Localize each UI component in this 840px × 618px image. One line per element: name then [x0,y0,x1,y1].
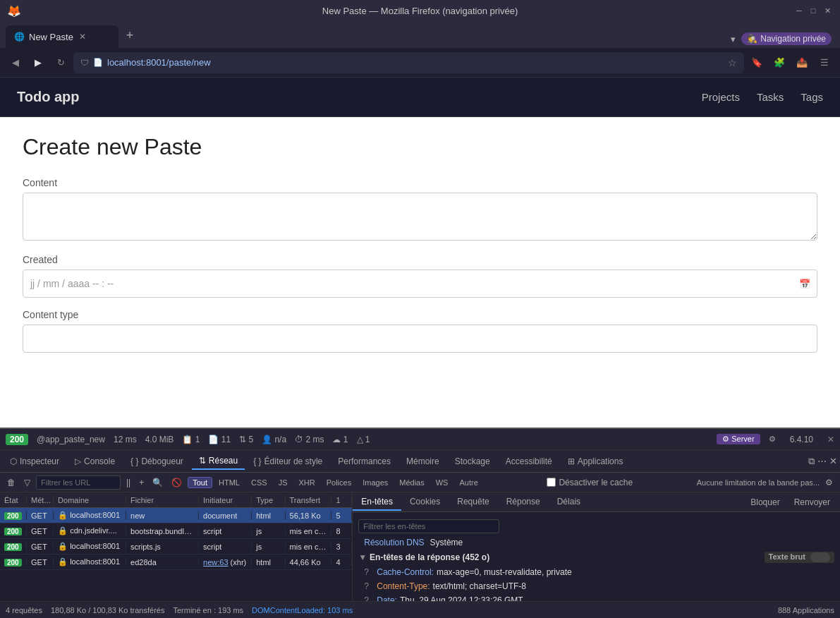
back-btn[interactable]: ◀ [6,53,25,73]
transfer-cell: 44,66 Ko [286,558,332,566]
tab-applications[interactable]: ⊞ Applications [561,454,631,469]
disable-cache-checkbox[interactable] [547,478,556,487]
filter-images[interactable]: Images [358,477,393,488]
add-filter-btn[interactable]: + [136,476,147,489]
col-transfer: Transfert [286,496,332,504]
filter-css[interactable]: CSS [246,477,272,488]
table-row[interactable]: 200 GET 🔒 localhost:8001 new document ht… [0,508,352,523]
help-icon[interactable]: ? [364,581,374,591]
resp-tab-request[interactable]: Requête [449,494,497,511]
resp-tab-headers[interactable]: En-têtes [353,494,401,511]
header-name: Date: [377,595,397,601]
resp-tab-response[interactable]: Réponse [498,494,549,511]
filter-xhr[interactable]: XHR [293,477,319,488]
calendar-icon[interactable]: 📅 [799,279,810,289]
nav-tasks[interactable]: Tasks [757,91,784,103]
tab-accessibilite[interactable]: Accessibilité [499,454,559,469]
resp-tab-actions: Bloquer Renvoyer [746,496,840,509]
filter-js[interactable]: JS [274,477,293,488]
resend-btn[interactable]: Renvoyer [790,496,834,509]
raw-text-btn[interactable]: Texte brut [765,552,834,563]
new-tab-btn[interactable]: + [120,25,140,45]
resp-tab-timing[interactable]: Délais [549,494,589,511]
help-icon[interactable]: ? [364,567,374,577]
extensions-icon[interactable]: 🧩 [769,53,789,73]
filter-medias[interactable]: Médias [394,477,429,488]
col-size: 1 [331,496,352,504]
filter-tags: Tout HTML CSS JS XHR Polices Images Médi… [188,477,483,488]
tab-stockage[interactable]: Stockage [448,454,497,469]
url-filter-input[interactable] [36,475,121,490]
menu-btn[interactable]: ☰ [815,53,834,73]
type-cell: js [252,527,285,535]
dt-close-tab-btn[interactable]: ✕ [829,456,837,467]
resp-tab-cookies[interactable]: Cookies [401,494,449,511]
search-btn[interactable]: 🔍 [150,476,166,489]
table-row[interactable]: 200 GET 🔒 cdn.jsdelivr.... bootstrap.bun… [0,523,352,539]
reseau-icon: ⇅ [199,456,206,466]
raw-label: Texte brut [769,552,805,561]
reload-btn[interactable]: ↻ [51,53,71,73]
content-textarea[interactable] [23,193,817,241]
throttle-gear-icon[interactable]: ⚙ [822,476,836,489]
resp-headers-section[interactable]: ▼ En-têtes de la réponse (452 o) Texte b… [353,549,840,566]
devtools-status-bar-bottom: 4 requêtes 180,88 Ko / 100,83 Ko transfé… [0,601,840,618]
devtools-close-btn[interactable]: ✕ [827,435,834,444]
dt-copy-btn[interactable]: ⧉ [808,456,815,467]
tab-bar-right: ▾ 🕵 Navigation privée [731,32,840,48]
tab-performances[interactable]: Performances [331,454,398,469]
date-input[interactable]: jj / mm / aaaa -- : -- [23,269,817,298]
maximize-btn[interactable]: □ [808,5,819,16]
tab-memoire[interactable]: Mémoire [399,454,446,469]
file-cell: scripts.js [126,543,199,551]
filter-autre[interactable]: Autre [454,477,482,488]
header-value: Thu, 29 Aug 2024 12:33:26 GMT [400,595,523,601]
filter-ws[interactable]: WS [431,477,454,488]
active-tab[interactable]: 🌐 New Paste ✕ [6,25,118,48]
filter-html[interactable]: HTML [214,477,245,488]
page-title: Create new Paste [23,134,817,160]
forward-btn[interactable]: ▶ [28,53,48,73]
close-btn[interactable]: ✕ [822,5,833,16]
minimize-btn[interactable]: ─ [793,5,805,16]
filter-icon: ▽ [21,476,33,489]
header-row: ? Content-Type: text/html; charset=UTF-8 [353,580,840,594]
table-row[interactable]: 200 GET 🔒 localhost:8001 scripts.js scri… [0,539,352,555]
version-label: 6.4.10 [790,435,813,444]
dns-label: Résolution DNS [364,538,424,547]
disable-cache-label: Désactiver le cache [559,478,633,487]
col-file: Fichier [126,496,199,504]
tab-inspecteur[interactable]: ⬡ Inspecteur [3,454,66,469]
block-url-btn[interactable]: 🚫 [169,476,185,489]
filter-tout[interactable]: Tout [188,477,212,488]
http-status: 200 [6,434,28,445]
clear-btn[interactable]: 🗑 [4,476,18,489]
headers-filter-input[interactable] [358,519,499,533]
table-row[interactable]: 200 GET 🔒 localhost:8001 ed28da new:63 (… [0,555,352,570]
date-placeholder: jj / mm / aaaa -- : -- [30,278,114,289]
dns-value: Système [430,538,463,547]
headers-filter-section [353,516,840,536]
nav-projects[interactable]: Projects [702,91,740,103]
content-type-input[interactable] [23,325,817,353]
help-icon[interactable]: ? [364,595,374,601]
tab-reseau[interactable]: ⇅ Réseau [192,453,245,470]
bookmark-icon[interactable]: ☆ [728,57,737,68]
filter-polices[interactable]: Polices [322,477,356,488]
block-btn[interactable]: Bloquer [746,496,784,509]
extension2-icon[interactable]: 📤 [792,53,812,73]
tab-close-btn[interactable]: ✕ [78,32,87,42]
tab-editeur-style[interactable]: { } Éditeur de style [246,454,329,469]
tab-debogueur[interactable]: { } Débogueur [123,454,190,469]
container-icon[interactable]: 🔖 [747,53,767,73]
throttle-select[interactable]: Aucune limitation de la bande pas... [697,478,820,487]
size-cell: 3 [331,543,352,551]
pause-btn[interactable]: || [123,476,133,489]
nav-tags[interactable]: Tags [801,91,823,103]
url-bar[interactable]: 🛡 📄 localhost:8001/paste/new ☆ [73,52,744,73]
size-cell: 4 [331,558,352,566]
dt-more-btn[interactable]: ⋯ [817,456,827,467]
tab-console[interactable]: ▷ Console [68,454,122,469]
app-logo: Todo app [17,89,80,105]
tab-dropdown-btn[interactable]: ▾ [731,34,736,44]
